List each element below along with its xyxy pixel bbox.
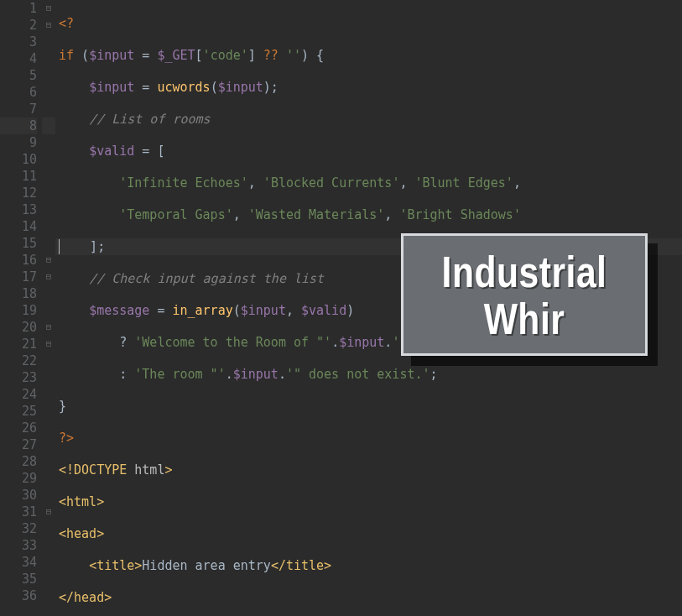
line-number: 22	[0, 352, 37, 369]
fold-toggle[interactable]	[42, 50, 55, 67]
line-number: 8	[0, 117, 37, 134]
line-number: 4	[0, 50, 37, 67]
fold-toggle[interactable]: ⊟	[42, 504, 55, 520]
line-number: 33	[0, 537, 37, 554]
line-number-gutter: 1234567891011121314151617181920212223242…	[0, 0, 42, 616]
line-number: 16	[0, 252, 37, 269]
fold-toggle[interactable]	[42, 386, 55, 403]
line-number: 15	[0, 235, 37, 252]
fold-toggle[interactable]	[42, 151, 55, 168]
fold-toggle[interactable]	[42, 554, 55, 571]
line-number: 5	[0, 67, 37, 84]
fold-toggle[interactable]	[42, 537, 55, 554]
line-number: 1	[0, 0, 37, 17]
fold-toggle[interactable]	[42, 470, 55, 487]
line-number: 18	[0, 285, 37, 302]
fold-toggle[interactable]	[42, 185, 55, 201]
comment-check: // Check input against the list	[89, 271, 324, 286]
line-number: 36	[0, 587, 37, 604]
overlay-text: IndustrialWhir	[442, 248, 607, 342]
line-number: 30	[0, 487, 37, 504]
fold-toggle[interactable]	[42, 369, 55, 386]
line-number: 26	[0, 420, 37, 436]
line-number: 28	[0, 453, 37, 470]
fold-toggle[interactable]	[42, 436, 55, 453]
fold-toggle[interactable]	[42, 571, 55, 587]
fold-toggle[interactable]: ⊟	[42, 252, 55, 269]
fold-toggle[interactable]	[42, 285, 55, 302]
line-number: 11	[0, 168, 37, 185]
fold-toggle[interactable]	[42, 168, 55, 185]
fold-toggle[interactable]	[42, 235, 55, 252]
fold-toggle[interactable]	[42, 84, 55, 101]
fold-toggle[interactable]: ⊟	[42, 17, 55, 34]
fold-toggle[interactable]	[42, 117, 55, 134]
fold-toggle[interactable]	[42, 34, 55, 50]
fold-toggle[interactable]	[42, 101, 55, 117]
fold-toggle[interactable]	[42, 218, 55, 235]
line-number: 6	[0, 84, 37, 101]
line-number: 2	[0, 17, 37, 34]
fold-toggle[interactable]	[42, 352, 55, 369]
line-number: 17	[0, 269, 37, 285]
line-number: 12	[0, 185, 37, 201]
line-number: 23	[0, 369, 37, 386]
fold-toggle[interactable]: ⊟	[42, 319, 55, 336]
fold-toggle[interactable]	[42, 201, 55, 218]
get-key: code	[211, 48, 241, 63]
fold-toggle[interactable]	[42, 587, 55, 604]
line-number: 9	[0, 134, 37, 151]
line-number: 29	[0, 470, 37, 487]
line-number: 32	[0, 520, 37, 537]
code-editor: 1234567891011121314151617181920212223242…	[0, 0, 682, 616]
line-number: 3	[0, 34, 37, 50]
page-title-text: Hidden area entry	[142, 558, 271, 573]
fold-toggle[interactable]	[42, 453, 55, 470]
fold-toggle[interactable]: ⊟	[42, 0, 55, 17]
overlay-banner: IndustrialWhir	[401, 233, 648, 356]
line-number: 35	[0, 571, 37, 587]
line-number: 31	[0, 504, 37, 520]
fold-toggle[interactable]	[42, 302, 55, 319]
fold-toggle[interactable]	[42, 520, 55, 537]
fold-column[interactable]: ⊟⊟ ⊟⊟⊟⊟⊟	[42, 0, 55, 616]
fold-toggle[interactable]: ⊟	[42, 336, 55, 352]
line-number: 19	[0, 302, 37, 319]
comment-rooms: // List of rooms	[89, 112, 211, 127]
fold-toggle[interactable]	[42, 403, 55, 420]
line-number: 7	[0, 101, 37, 117]
line-number: 24	[0, 386, 37, 403]
fold-toggle[interactable]	[42, 420, 55, 436]
fold-toggle[interactable]: ⊟	[42, 269, 55, 285]
line-number: 13	[0, 201, 37, 218]
line-number: 34	[0, 554, 37, 571]
line-number: 21	[0, 336, 37, 352]
fold-toggle[interactable]	[42, 487, 55, 504]
fold-toggle[interactable]	[42, 67, 55, 84]
line-number: 10	[0, 151, 37, 168]
line-number: 20	[0, 319, 37, 336]
line-number: 25	[0, 403, 37, 420]
line-number: 27	[0, 436, 37, 453]
line-number: 14	[0, 218, 37, 235]
fold-toggle[interactable]	[42, 134, 55, 151]
